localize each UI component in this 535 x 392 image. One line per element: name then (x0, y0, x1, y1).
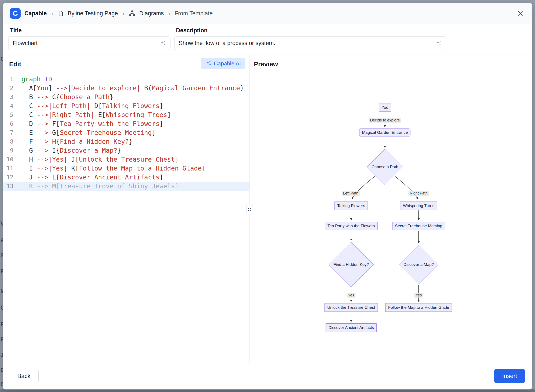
text-cursor (29, 183, 29, 190)
back-button[interactable]: Back (9, 369, 39, 383)
line-number: 10 (3, 155, 19, 164)
code-text: C -->|Left Path| D[Talking Flowers] (19, 102, 163, 110)
line-number: 12 (3, 173, 19, 182)
template-form: Title Flowchart Description Show the flo… (3, 24, 532, 55)
edge-label-yes-right: Yes (414, 293, 423, 298)
diagram-template-modal: C Capable › Byline Testing Page › Diagra… (3, 3, 532, 389)
code-line[interactable]: 3 B --> C{Choose a Path} (3, 93, 249, 102)
background-text-fragment: Se (0, 252, 3, 259)
edge-label-yes-left: Yes (347, 293, 355, 298)
code-line[interactable]: 7 E --> G[Secret Treehouse Meeting] (3, 128, 249, 137)
code-line[interactable]: 13 K --> M[Treasure Trove of Shiny Jewel… (3, 182, 249, 191)
modal-footer: Back Insert (3, 363, 532, 389)
close-button[interactable] (516, 9, 525, 18)
code-text: H -->|Yes| J[Unlock the Treasure Chest] (19, 155, 179, 164)
breadcrumb-diagrams[interactable]: Diagrams (139, 10, 164, 17)
panels-top-divider (3, 55, 532, 55)
code-text: F --> H{Find a Hidden Key?} (19, 137, 133, 146)
ai-sparkle-icon[interactable] (435, 40, 442, 46)
preview-header: Preview (254, 61, 278, 68)
edge-label-decide: Decide to explore (369, 118, 401, 123)
edit-header: Edit (9, 61, 21, 68)
sparkles-icon (205, 60, 212, 67)
code-text: C -->|Right Path| E[Whispering Trees] (19, 110, 171, 119)
edge-label-right-path: Right Path (409, 191, 429, 196)
grip-dots-icon (248, 208, 251, 211)
capable-ai-label: Capable AI (214, 60, 241, 67)
code-text: B --> C{Choose a Path} (19, 93, 114, 102)
description-label: Description (176, 27, 446, 34)
flow-node-entrance: Magical Garden Entrance (359, 128, 410, 137)
line-number: 9 (3, 146, 19, 155)
code-text: I -->|Yes| K[Follow the Map to a Hidden … (19, 164, 205, 173)
background-text-fragment: C (0, 56, 3, 62)
title-input[interactable]: Flowchart (8, 36, 171, 50)
line-number: 6 (3, 119, 19, 128)
code-text: E --> G[Secret Treehouse Meeting] (19, 128, 156, 137)
flow-decision-label: Choose a Path (372, 165, 398, 169)
line-number: 13 (3, 182, 19, 191)
diagram-preview: Choose a Path Find a Hidden Key? Discove… (250, 55, 532, 363)
background-text-fragment: Jl (0, 352, 3, 358)
flow-node-follow-map: Follow the Map to a Hidden Glade (385, 303, 452, 312)
flow-node-tea-party: Tea Party with the Flowers (325, 222, 378, 230)
code-line[interactable]: 11 I -->|Yes| K[Follow the Map to a Hidd… (3, 164, 249, 173)
background-clipped-text: CViArSePrMClPrPrJlByCa (0, 0, 3, 392)
ai-sparkle-icon[interactable] (160, 40, 166, 46)
code-line[interactable]: 5 C -->|Right Path| E[Whispering Trees] (3, 110, 249, 119)
description-value: Show the flow of a process or system. (179, 40, 275, 47)
code-text: D --> F[Tea Party with the Flowers] (19, 119, 163, 128)
line-number: 8 (3, 137, 19, 146)
flow-node-unlock-chest: Unlock the Treasure Chest (325, 303, 378, 312)
capable-ai-button[interactable]: Capable AI (201, 58, 245, 69)
title-label: Title (10, 27, 171, 34)
code-line[interactable]: 8 F --> H{Find a Hidden Key?} (3, 137, 249, 146)
code-text: graph TD (19, 75, 52, 84)
insert-button[interactable]: Insert (494, 369, 525, 383)
flow-node-talking-flowers: Talking Flowers (335, 201, 368, 210)
flow-decision-find-key (329, 242, 374, 287)
line-number: 4 (3, 102, 19, 110)
flow-node-you: You (379, 103, 391, 112)
breadcrumb-byline-testing-page[interactable]: Byline Testing Page (68, 10, 118, 17)
diagrams-icon (129, 10, 135, 17)
background-text-fragment: Pr (0, 321, 3, 328)
code-line[interactable]: 10 H -->|Yes| J[Unlock the Treasure Ches… (3, 155, 249, 164)
capable-logo[interactable]: C (10, 8, 21, 19)
chevron-right-icon: › (51, 10, 53, 17)
flow-decision-choose-path (367, 149, 403, 185)
line-number: 11 (3, 164, 19, 173)
flow-node-ancient-artifacts: Discover Ancient Artifacts (326, 323, 377, 332)
background-text-fragment: Pr (0, 336, 3, 343)
code-line[interactable]: 4 C -->|Left Path| D[Talking Flowers] (3, 102, 249, 110)
edge-label-left-path: Left Path (342, 191, 360, 196)
background-text-fragment: Cl (0, 304, 3, 311)
code-line[interactable]: 6 D --> F[Tea Party with the Flowers] (3, 119, 249, 128)
logo-letter: C (13, 9, 18, 17)
description-input[interactable]: Show the flow of a process or system. (174, 36, 446, 50)
flowchart-edges (250, 55, 532, 363)
document-icon (58, 10, 64, 17)
code-line[interactable]: 9 G --> I{Discover a Map?} (3, 146, 249, 155)
flow-node-whispering-trees: Whispering Trees (400, 201, 437, 210)
code-text: G --> I{Discover a Map?} (19, 146, 121, 155)
code-text: A[You] -->|Decide to explore| B(Magical … (19, 84, 244, 93)
line-number: 2 (3, 84, 19, 93)
line-number: 1 (3, 75, 19, 84)
code-line[interactable]: 2 A[You] -->|Decide to explore| B(Magica… (3, 84, 249, 93)
background-text-fragment: By (0, 367, 3, 373)
background-text-fragment: Pr (0, 268, 3, 275)
code-editor[interactable]: 1graph TD2 A[You] -->|Decide to explore|… (3, 75, 249, 363)
line-number: 5 (3, 110, 19, 119)
flow-decision-discover-map (399, 245, 438, 284)
breadcrumb-from-template: From Template (175, 10, 213, 17)
breadcrumb-capable[interactable]: Capable (24, 10, 47, 17)
line-number: 7 (3, 128, 19, 137)
code-line[interactable]: 12 J --> L[Discover Ancient Artifacts] (3, 173, 249, 182)
panel-resize-handle[interactable] (246, 205, 253, 214)
breadcrumb-bar: C Capable › Byline Testing Page › Diagra… (3, 3, 532, 24)
flow-decision-label: Discover a Map? (404, 262, 434, 267)
flow-decision-label: Find a Hidden Key? (334, 262, 369, 267)
background-text-fragment: M (0, 288, 3, 294)
code-line[interactable]: 1graph TD (3, 75, 249, 84)
